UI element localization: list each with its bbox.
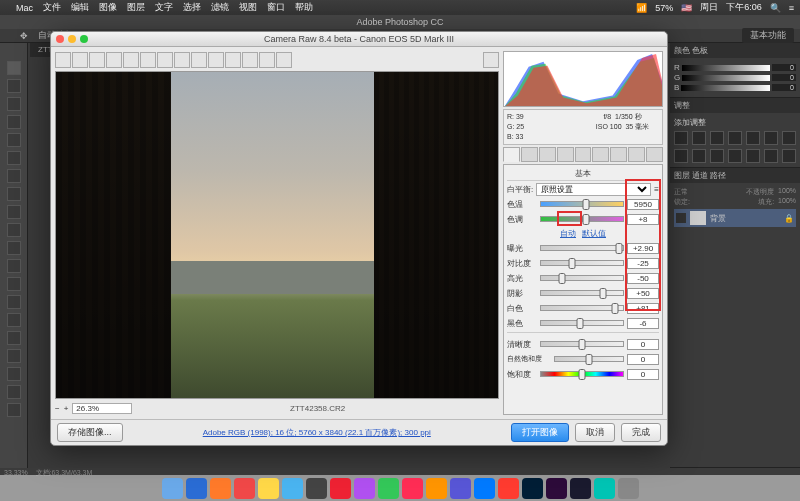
- exposure-slider[interactable]: [540, 245, 624, 251]
- acr-grad-tool[interactable]: [225, 52, 241, 68]
- acr-straighten-tool[interactable]: [157, 52, 173, 68]
- tab-curve[interactable]: [521, 147, 538, 162]
- tab-preset[interactable]: [646, 147, 663, 162]
- dock-app[interactable]: [426, 478, 447, 499]
- close-icon[interactable]: [56, 35, 64, 43]
- b-slider[interactable]: [681, 85, 770, 91]
- acr-preview[interactable]: [55, 71, 499, 399]
- acr-redeye-tool[interactable]: [191, 52, 207, 68]
- wb-menu-icon[interactable]: ≡: [654, 185, 659, 194]
- menu-view[interactable]: 视图: [239, 1, 257, 14]
- acr-rotate-cw[interactable]: [276, 52, 292, 68]
- dock-app[interactable]: [474, 478, 495, 499]
- wifi-icon[interactable]: 📶: [636, 3, 647, 13]
- open-image-button[interactable]: 打开图像: [511, 423, 569, 442]
- blend-mode[interactable]: 正常: [674, 187, 688, 197]
- tab-split[interactable]: [575, 147, 592, 162]
- dock-app[interactable]: [258, 478, 279, 499]
- tab-basic[interactable]: [503, 147, 520, 162]
- zoom-tool[interactable]: [7, 403, 21, 417]
- gradient-tool[interactable]: [7, 259, 21, 273]
- acr-preview-toggle[interactable]: [483, 52, 499, 68]
- dock-app[interactable]: [210, 478, 231, 499]
- shadows-value[interactable]: +50: [627, 288, 659, 299]
- menu-layer[interactable]: 图层: [127, 1, 145, 14]
- tab-hsl[interactable]: [557, 147, 574, 162]
- acr-radial-tool[interactable]: [242, 52, 258, 68]
- menu-icon[interactable]: ≡: [789, 3, 794, 13]
- dodge-tool[interactable]: [7, 295, 21, 309]
- temp-value[interactable]: 5950: [627, 199, 659, 210]
- dock-app[interactable]: [378, 478, 399, 499]
- done-button[interactable]: 完成: [621, 423, 661, 442]
- flag-icon[interactable]: 🇺🇸: [681, 3, 692, 13]
- dock-app[interactable]: [330, 478, 351, 499]
- opacity-value[interactable]: 100%: [778, 187, 796, 197]
- move-tool-icon[interactable]: ✥: [20, 31, 28, 41]
- pen-tool[interactable]: [7, 313, 21, 327]
- levels-icon[interactable]: [692, 131, 706, 145]
- dock-premiere[interactable]: [570, 478, 591, 499]
- dock-itunes[interactable]: [402, 478, 423, 499]
- mixer-icon[interactable]: [692, 149, 706, 163]
- saturation-value[interactable]: 0: [627, 369, 659, 380]
- acr-brush-tool[interactable]: [208, 52, 224, 68]
- dock-app[interactable]: [234, 478, 255, 499]
- move-tool[interactable]: [7, 61, 21, 75]
- zoom-icon[interactable]: [80, 35, 88, 43]
- b-value[interactable]: 0: [772, 84, 796, 91]
- layers-panel-tab[interactable]: 图层 通道 路径: [674, 170, 726, 181]
- tab-detail[interactable]: [539, 147, 556, 162]
- color-panel-tab[interactable]: 颜色 色板: [674, 45, 708, 56]
- dock-app[interactable]: [282, 478, 303, 499]
- hand-tool[interactable]: [7, 385, 21, 399]
- type-tool[interactable]: [7, 331, 21, 345]
- acr-wb-tool[interactable]: [89, 52, 105, 68]
- tab-lens[interactable]: [592, 147, 609, 162]
- crop-tool[interactable]: [7, 133, 21, 147]
- acr-zoom-tool[interactable]: [55, 52, 71, 68]
- poster-icon[interactable]: [746, 149, 760, 163]
- acr-sampler-tool[interactable]: [106, 52, 122, 68]
- blur-tool[interactable]: [7, 277, 21, 291]
- zoom-in-icon[interactable]: +: [64, 404, 69, 413]
- search-icon[interactable]: 🔍: [770, 3, 781, 13]
- brush-tool[interactable]: [7, 187, 21, 201]
- whites-value[interactable]: +81: [627, 303, 659, 314]
- heal-tool[interactable]: [7, 169, 21, 183]
- cancel-button[interactable]: 取消: [575, 423, 615, 442]
- dock-app[interactable]: [306, 478, 327, 499]
- acr-crop-tool[interactable]: [140, 52, 156, 68]
- zoom-out-icon[interactable]: −: [55, 404, 60, 413]
- marquee-tool[interactable]: [7, 79, 21, 93]
- dock-app[interactable]: [498, 478, 519, 499]
- menu-type[interactable]: 文字: [155, 1, 173, 14]
- shadows-slider[interactable]: [540, 290, 624, 296]
- shape-tool[interactable]: [7, 367, 21, 381]
- bw-icon[interactable]: [782, 131, 796, 145]
- save-image-button[interactable]: 存储图像...: [57, 423, 123, 442]
- curves-icon[interactable]: [710, 131, 724, 145]
- tab-fx[interactable]: [610, 147, 627, 162]
- threshold-icon[interactable]: [764, 149, 778, 163]
- dock-trash[interactable]: [618, 478, 639, 499]
- workflow-link[interactable]: Adobe RGB (1998); 16 位; 5760 x 3840 (22.…: [129, 427, 505, 438]
- zoom-select[interactable]: 26.3%: [72, 403, 132, 414]
- tint-slider[interactable]: [540, 216, 624, 222]
- g-slider[interactable]: [682, 75, 770, 81]
- hue-icon[interactable]: [764, 131, 778, 145]
- vibrance-value[interactable]: 0: [627, 354, 659, 365]
- menubar-app[interactable]: Mac: [16, 3, 33, 13]
- blacks-value[interactable]: -6: [627, 318, 659, 329]
- wb-select[interactable]: 原照设置: [536, 183, 651, 196]
- menu-filter[interactable]: 滤镜: [211, 1, 229, 14]
- stamp-tool[interactable]: [7, 205, 21, 219]
- temp-slider[interactable]: [540, 201, 624, 207]
- menu-image[interactable]: 图像: [99, 1, 117, 14]
- path-tool[interactable]: [7, 349, 21, 363]
- tab-cal[interactable]: [628, 147, 645, 162]
- whites-slider[interactable]: [540, 305, 624, 311]
- contrast-slider[interactable]: [540, 260, 624, 266]
- highlights-value[interactable]: -50: [627, 273, 659, 284]
- g-value[interactable]: 0: [772, 74, 796, 81]
